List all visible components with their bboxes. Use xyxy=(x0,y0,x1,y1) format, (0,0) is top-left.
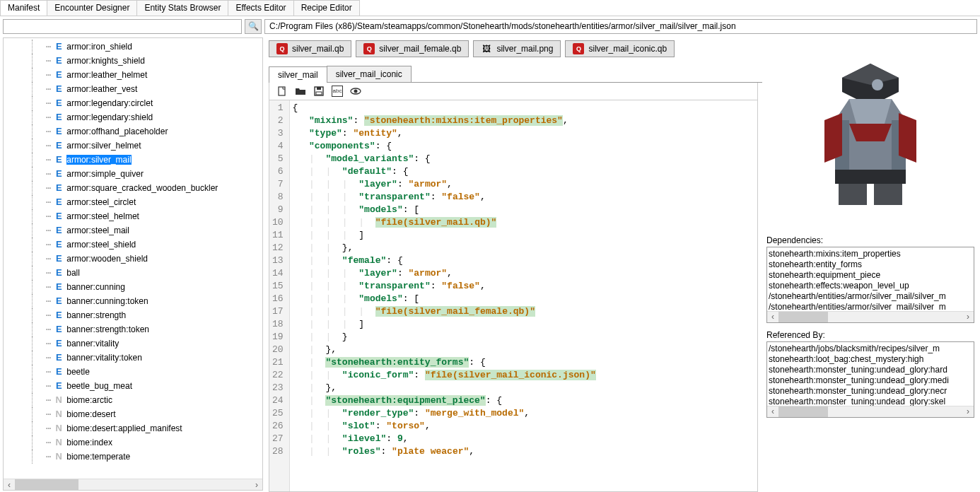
sub-tabs: silver_mailsilver_mail_iconic xyxy=(269,66,762,83)
tree-item-label: banner:cunning xyxy=(66,282,125,292)
file-tab[interactable]: Qsilver_mail_female.qb xyxy=(356,40,469,57)
list-item[interactable]: stonehearth:equipment_piece xyxy=(769,270,972,281)
code-editor[interactable]: 1234567891011121314151617181920212223242… xyxy=(269,100,758,492)
tree-item[interactable]: ⋯Nbiome:desert:applied_manifest xyxy=(4,421,262,435)
list-item[interactable]: stonehearth:loot_bag:chest_mystery:high xyxy=(769,354,972,365)
entity-icon: E xyxy=(54,381,64,391)
search-button[interactable]: 🔍 xyxy=(245,19,262,34)
tree-item[interactable]: ⋯Earmor:knights_shield xyxy=(4,54,262,68)
path-field[interactable]: C:/Program Files (x86)/Steam/steamapps/c… xyxy=(264,19,977,34)
tree-scroll[interactable]: ⋯Earmor:iron_shield⋯Earmor:knights_shiel… xyxy=(4,38,262,479)
tree-item[interactable]: ⋯Ebanner:vitality:token xyxy=(4,351,262,365)
tree-item[interactable]: ⋯Earmor:steel_circlet xyxy=(4,195,262,209)
tree-item[interactable]: ⋯Earmor:simple_quiver xyxy=(4,167,262,181)
tree-item[interactable]: ⋯Earmor:legendary:shield xyxy=(4,110,262,124)
list-item[interactable]: stonehearth:monster_tuning:undead_glory:… xyxy=(769,375,972,386)
sub-tab[interactable]: silver_mail xyxy=(269,66,327,83)
preview-icon[interactable] xyxy=(350,86,361,97)
svg-marker-12 xyxy=(824,113,842,163)
list-item[interactable]: /stonehearth/entities/armor/silver_mail/… xyxy=(769,302,972,311)
open-folder-icon[interactable] xyxy=(295,86,306,97)
tree-item[interactable]: ⋯Earmor:silver_helmet xyxy=(4,139,262,153)
tree-item[interactable]: ⋯Earmor:leather_vest xyxy=(4,82,262,96)
list-item[interactable]: stonehearth:monster_tuning:undead_glory:… xyxy=(769,397,972,406)
toolbar-row: 🔍 C:/Program Files (x86)/Steam/steamapps… xyxy=(0,16,980,36)
entity-icon: E xyxy=(54,112,64,122)
tree-item-label: beetle_bug_meat xyxy=(66,381,132,391)
tree-item[interactable]: ⋯Earmor:wooden_shield xyxy=(4,252,262,266)
sub-tab[interactable]: silver_mail_iconic xyxy=(327,66,412,82)
referencedby-list[interactable]: /stonehearth/jobs/blacksmith/recipes/sil… xyxy=(766,341,974,418)
search-input[interactable] xyxy=(3,19,242,34)
tree-item[interactable]: ⋯Ebanner:cunning:token xyxy=(4,294,262,308)
tree-item[interactable]: ⋯Earmor:steel_mail xyxy=(4,223,262,238)
editor-pane: Qsilver_mail.qbQsilver_mail_female.qb🖼si… xyxy=(264,36,764,492)
tree-item[interactable]: ⋯Earmor:steel_shield xyxy=(4,238,262,252)
node-icon: N xyxy=(54,438,64,447)
tree-item-label: armor:leather_vest xyxy=(66,84,137,94)
tree-item[interactable]: ⋯Earmor:legendary:circlet xyxy=(4,96,262,110)
dependencies-label: Dependencies: xyxy=(766,235,974,245)
top-tab-encounter-designer[interactable]: Encounter Designer xyxy=(47,0,137,16)
entity-icon: E xyxy=(54,155,64,165)
list-item[interactable]: stonehearth:effects:weapon_level_up xyxy=(769,281,972,291)
tree-item[interactable]: ⋯Earmor:square_cracked_wooden_buckler xyxy=(4,181,262,195)
tree-item-label: armor:steel_helmet xyxy=(66,211,139,221)
tree-item[interactable]: ⋯Earmor:iron_shield xyxy=(4,40,262,54)
file-tab[interactable]: Qsilver_mail_iconic.qb xyxy=(565,40,675,57)
dependencies-list[interactable]: stonehearth:mixins:item_propertiesstoneh… xyxy=(766,247,974,323)
tree-item[interactable]: ⋯Ebeetle xyxy=(4,365,262,379)
svg-marker-15 xyxy=(839,184,867,205)
dep-hscroll[interactable]: ‹› xyxy=(767,311,974,322)
file-tab[interactable]: 🖼silver_mail.png xyxy=(473,40,561,57)
node-icon: N xyxy=(54,452,64,462)
entity-icon: E xyxy=(54,310,64,320)
tree-item[interactable]: ⋯Earmor:steel_helmet xyxy=(4,209,262,223)
localize-icon[interactable]: abc xyxy=(332,86,343,97)
list-item[interactable]: /stonehearth/entities/armor/silver_mail/… xyxy=(769,291,972,302)
save-icon[interactable] xyxy=(313,86,325,97)
file-tab-label: silver_mail.png xyxy=(496,44,553,54)
top-tab-manifest[interactable]: Manifest xyxy=(0,0,47,16)
tree-item[interactable]: ⋯Ebeetle_bug_meat xyxy=(4,379,262,393)
tree-item[interactable]: ⋯Earmor:leather_helmet xyxy=(4,68,262,82)
new-file-icon[interactable] xyxy=(276,86,288,97)
file-tab[interactable]: Qsilver_mail.qb xyxy=(269,40,351,57)
code-lines[interactable]: { "mixins": "stonehearth:mixins:item_pro… xyxy=(290,100,757,491)
tree-item[interactable]: ⋯Ebanner:strength:token xyxy=(4,322,262,336)
list-item[interactable]: stonehearth:mixins:item_properties xyxy=(769,249,972,259)
sidebar-hscroll[interactable]: ‹ › xyxy=(4,479,262,490)
list-item[interactable]: stonehearth:monster_tuning:undead_glory:… xyxy=(769,365,972,375)
tree-item[interactable]: ⋯Nbiome:desert xyxy=(4,407,262,421)
node-icon: N xyxy=(54,409,64,419)
top-tabs: ManifestEncounter DesignerEntity Stats B… xyxy=(0,0,980,16)
tree-item[interactable]: ⋯Ebanner:cunning xyxy=(4,280,262,294)
ref-hscroll[interactable]: ‹› xyxy=(767,406,974,417)
tree-item[interactable]: ⋯Nbiome:index xyxy=(4,435,262,450)
top-tab-recipe-editor[interactable]: Recipe Editor xyxy=(293,0,360,16)
list-item[interactable]: stonehearth:monster_tuning:undead_glory:… xyxy=(769,386,972,397)
list-item[interactable]: stonehearth:entity_forms xyxy=(769,259,972,270)
tree-item-label: armor:iron_shield xyxy=(66,42,132,52)
tree-item[interactable]: ⋯Earmor:silver_mail xyxy=(4,153,262,167)
tree-item[interactable]: ⋯Earmor:offhand_placeholder xyxy=(4,124,262,139)
entity-icon: E xyxy=(54,70,64,80)
tree-item[interactable]: ⋯Eball xyxy=(4,266,262,280)
node-icon: N xyxy=(54,423,64,433)
tree-item[interactable]: ⋯Ebanner:strength xyxy=(4,308,262,322)
top-tab-effects-editor[interactable]: Effects Editor xyxy=(228,0,293,16)
tree-item-label: biome:arctic xyxy=(66,395,112,405)
tree-item[interactable]: ⋯Ebanner:vitality xyxy=(4,336,262,351)
list-item[interactable]: /stonehearth/jobs/blacksmith/recipes/sil… xyxy=(769,344,972,354)
tree-item[interactable]: ⋯Nbiome:arctic xyxy=(4,393,262,407)
gutter: 1234567891011121314151617181920212223242… xyxy=(269,100,290,491)
tree-item-label: biome:index xyxy=(66,438,112,447)
top-tab-entity-stats-browser[interactable]: Entity Stats Browser xyxy=(136,0,228,16)
tree-item[interactable]: ⋯Nbiome:temperate xyxy=(4,450,262,464)
model-preview[interactable] xyxy=(766,39,974,230)
referencedby-label: Referenced By: xyxy=(766,330,974,340)
scroll-left-icon[interactable]: ‹ xyxy=(4,480,15,490)
tree-item-label: biome:desert:applied_manifest xyxy=(66,423,182,433)
scroll-right-icon[interactable]: › xyxy=(251,480,262,490)
entity-icon: E xyxy=(54,268,64,278)
